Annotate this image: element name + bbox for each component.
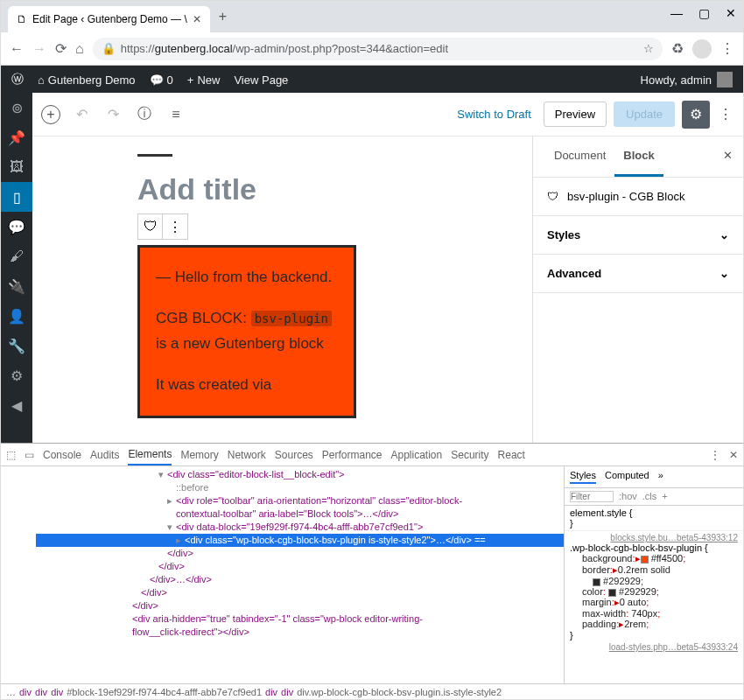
devtools-panel: ⬚ ▭ Console Audits Elements Memory Netwo… [1, 443, 743, 699]
panel-advanced[interactable]: Advanced⌄ [533, 255, 743, 293]
view-page-link[interactable]: View Page [234, 74, 288, 87]
shield-icon[interactable]: 🛡 [138, 214, 163, 239]
page-icon: 🗋 [17, 13, 27, 25]
new-tab-button[interactable]: + [210, 9, 235, 24]
wp-admin-bar: ⓦ ⌂Gutenberg Demo 💬0 +New View Page Howd… [1, 66, 743, 94]
minimize-icon[interactable]: — [670, 6, 683, 20]
block-text: — Hello from the backend. [156, 265, 338, 290]
pages-icon[interactable]: ▯ [1, 182, 32, 212]
more-button[interactable]: ⋮ [717, 106, 734, 122]
browser-tab[interactable]: 🗋 Edit Page ‹ Gutenberg Demo — \ ✕ [8, 6, 210, 32]
rule-source[interactable]: load-styles.php…beta5-43933:24 [570, 642, 738, 652]
chrome-urlbar: ← → ⟳ ⌂ 🔒 https://gutenberg.local/wp-adm… [1, 32, 743, 66]
title-input[interactable]: Add title [137, 172, 497, 206]
inspect-icon[interactable]: ⬚ [6, 449, 16, 461]
more-tabs-icon[interactable]: » [658, 470, 663, 484]
hov-toggle[interactable]: :hov [619, 491, 637, 502]
back-icon[interactable]: ← [10, 41, 24, 57]
tab-block[interactable]: Block [614, 136, 663, 177]
devtools-tab[interactable]: React [498, 449, 525, 461]
undo-button[interactable]: ↶ [71, 104, 92, 125]
tab-title: Edit Page ‹ Gutenberg Demo — \ [32, 13, 187, 25]
maximize-icon[interactable]: ▢ [698, 6, 710, 20]
close-window-icon[interactable]: ✕ [726, 6, 736, 20]
settings-gear-button[interactable]: ⚙ [682, 101, 710, 129]
dom-tree[interactable]: ▾<div class="editor-block-list__block-ed… [1, 466, 564, 683]
users-icon[interactable]: 👤 [1, 301, 32, 331]
devtools-tab[interactable]: Performance [322, 449, 383, 461]
outline-button[interactable]: ≡ [165, 104, 186, 125]
block-toolbar: 🛡 ⋮ [137, 214, 188, 240]
lock-icon: 🔒 [102, 42, 116, 55]
divider [137, 154, 172, 157]
rule-source[interactable]: blocks.style.bu…beta5-43933:12 [570, 533, 738, 542]
update-button[interactable]: Update [614, 102, 675, 127]
redo-button[interactable]: ↷ [102, 104, 123, 125]
switch-to-draft-link[interactable]: Switch to Draft [457, 108, 531, 121]
cls-toggle[interactable]: .cls [642, 491, 657, 502]
editor-toolbar: + ↶ ↷ ⓘ ≡ Switch to Draft Preview Update… [32, 93, 743, 136]
devtools-tab[interactable]: Security [451, 449, 488, 461]
forward-icon[interactable]: → [32, 41, 46, 57]
cgb-block[interactable]: — Hello from the backend. CGB BLOCK: bsv… [137, 245, 356, 418]
block-text: It was created via [156, 373, 338, 398]
tools-icon[interactable]: 🔧 [1, 331, 32, 360]
add-rule-icon[interactable]: + [662, 491, 667, 502]
pin-icon[interactable]: 📌 [1, 122, 32, 152]
site-link[interactable]: ⌂Gutenberg Demo [38, 74, 136, 87]
selected-node[interactable]: ▸<div class="wp-block-cgb-block-bsv-plug… [36, 534, 564, 547]
wordpress-icon[interactable]: ⓦ [11, 72, 24, 88]
wp-admin-sidebar: ⊚ 📌 🖼 ▯ 💬 🖌 🔌 👤 🔧 ⚙ ◀ [1, 93, 32, 443]
block-identity: 🛡 bsv-plugin - CGB Block [533, 178, 743, 216]
devtools-tab[interactable]: Console [43, 449, 81, 461]
howdy-text[interactable]: Howdy, admin [641, 74, 712, 87]
avatar[interactable] [717, 72, 733, 88]
collapse-icon[interactable]: ◀ [1, 390, 32, 420]
devtools-tab[interactable]: Elements [128, 448, 172, 466]
devtools-tab[interactable]: Application [391, 449, 443, 461]
home-icon[interactable]: ⌂ [75, 41, 84, 57]
settings-sidebar: Document Block ✕ 🛡 bsv-plugin - CGB Bloc… [533, 136, 743, 443]
profile-icon[interactable] [692, 39, 712, 59]
chevron-down-icon: ⌄ [719, 228, 729, 242]
devtools-more-icon[interactable]: ⋮ [710, 449, 720, 461]
devtools-close-icon[interactable]: ✕ [729, 449, 738, 461]
url-input[interactable]: 🔒 https://gutenberg.local/wp-admin/post.… [93, 38, 663, 60]
recycle-icon[interactable]: ♻ [671, 40, 684, 57]
devtools-tabs: ⬚ ▭ Console Audits Elements Memory Netwo… [1, 444, 743, 466]
tab-document[interactable]: Document [545, 136, 614, 177]
appearance-icon[interactable]: 🖌 [1, 242, 32, 271]
block-name: bsv-plugin - CGB Block [567, 190, 684, 203]
add-block-button[interactable]: + [41, 105, 60, 124]
styles-tab[interactable]: Styles [570, 470, 596, 484]
computed-tab[interactable]: Computed [605, 470, 649, 484]
panel-styles[interactable]: Styles⌄ [533, 216, 743, 255]
devtools-tab[interactable]: Network [228, 449, 266, 461]
plugins-icon[interactable]: 🔌 [1, 271, 32, 301]
device-icon[interactable]: ▭ [25, 449, 34, 461]
devtools-tab[interactable]: Memory [180, 449, 218, 461]
chevron-down-icon: ⌄ [719, 267, 729, 280]
chrome-titlebar: 🗋 Edit Page ‹ Gutenberg Demo — \ ✕ + — ▢… [1, 1, 743, 32]
style-filter-input[interactable] [570, 491, 614, 502]
devtools-tab[interactable]: Audits [90, 449, 119, 461]
new-link[interactable]: +New [187, 74, 221, 87]
close-tab-icon[interactable]: ✕ [193, 13, 201, 25]
block-more-icon[interactable]: ⋮ [163, 214, 187, 239]
devtools-tab[interactable]: Sources [275, 449, 313, 461]
preview-button[interactable]: Preview [544, 102, 607, 127]
dom-breadcrumbs[interactable]: … div div div #block-19ef929f-f974-4bc4-… [1, 683, 743, 699]
reload-icon[interactable]: ⟳ [55, 40, 67, 57]
url-host: https://gutenberg.local/wp-admin/post.ph… [121, 42, 448, 55]
shield-icon: 🛡 [547, 190, 558, 203]
media-icon[interactable]: 🖼 [1, 152, 32, 182]
settings-icon[interactable]: ⚙ [1, 360, 32, 390]
star-icon[interactable]: ☆ [643, 42, 654, 55]
menu-icon[interactable]: ⋮ [720, 40, 734, 57]
close-sidebar-icon[interactable]: ✕ [723, 149, 733, 162]
comments-icon[interactable]: 💬 [1, 212, 32, 242]
info-button[interactable]: ⓘ [134, 104, 155, 125]
editor-canvas[interactable]: Add title 🛡 ⋮ — Hello from the backend. … [32, 136, 533, 443]
dashboard-icon[interactable]: ⊚ [1, 93, 32, 122]
comments-link[interactable]: 💬0 [150, 74, 173, 87]
